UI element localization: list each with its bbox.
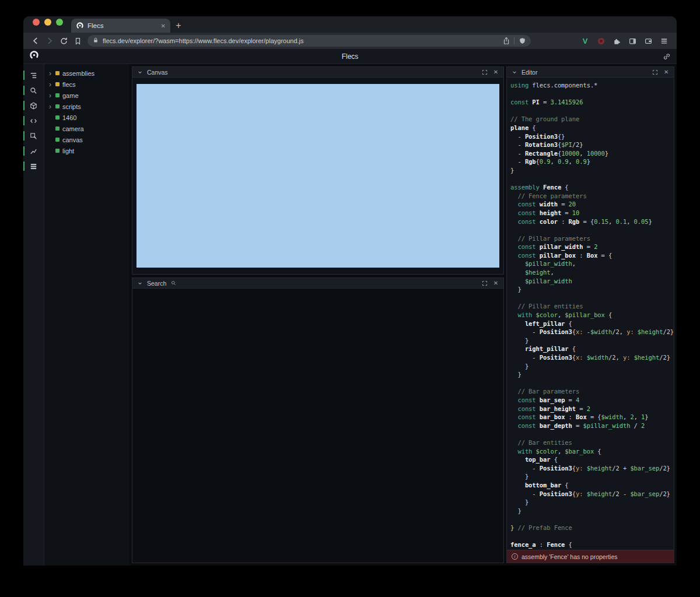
tab-close-icon[interactable]: ✕ [161,23,166,29]
code-line: $pillar_width, [510,259,674,268]
desktop-background: Flecs ✕ + flecs.dev/explore [0,0,700,597]
forward-button[interactable] [43,34,56,47]
chevron-down-icon[interactable] [136,279,144,287]
inspect-panel-button[interactable] [23,128,44,143]
code-line: const bar_height = 2 [510,405,674,413]
code-line: } [510,370,674,379]
editor-code[interactable]: using flecs.components.* const PI = 3.14… [507,78,674,550]
browser-toolbar: flecs.dev/explorer/?wasm=https://www.fle… [23,33,677,49]
tree-item-canvas[interactable]: canvas [44,134,130,145]
search-panel-header[interactable]: Search ✕ [132,278,503,289]
tree-item-assemblies[interactable]: ›assemblies [44,68,130,79]
red-extension-icon[interactable] [594,34,608,47]
code-line: const color : Rgb = {0.15, 0.1, 0.05} [510,217,674,226]
sidebar-toggle-icon[interactable] [625,34,639,47]
expander-icon[interactable]: › [48,70,52,77]
shield-icon[interactable] [518,37,526,45]
code-line: const PI = 3.1415926 [510,98,674,107]
center-column: Canvas ✕ [130,64,506,566]
code-line: - Position3{y: $height/2 - $bar_sep/2} [510,490,674,498]
menu-icon[interactable] [657,34,671,47]
wallet-icon[interactable] [641,34,655,47]
right-column: Editor ✕ using flecs.components.* const … [506,64,677,566]
share-icon[interactable] [502,37,510,45]
app-header: Flecs [23,49,677,64]
code-line: - Position3{} [510,132,674,141]
back-button[interactable] [29,34,42,47]
entity-tree: ›assemblies›flecs›game›scripts1460camera… [44,64,130,566]
code-panel-button[interactable] [23,113,44,128]
canvas-panel-title: Canvas [147,69,168,76]
code-line: right_pillar { [510,345,674,353]
entity-color-icon [55,104,60,108]
code-line [510,379,674,388]
code-line: } [510,336,674,345]
expand-icon[interactable] [481,68,489,76]
flecs-favicon-icon [76,22,84,30]
expand-icon[interactable] [651,68,659,76]
tree-item-camera[interactable]: camera [44,123,130,134]
editor-panel: Editor ✕ using flecs.components.* const … [506,66,674,563]
close-window-button[interactable] [33,19,40,26]
search-icon [169,279,177,287]
expander-icon[interactable]: › [48,92,52,99]
editor-panel-header[interactable]: Editor ✕ [507,67,674,78]
code-line [510,90,674,99]
entity-label: light [62,148,74,154]
tree-panel-button[interactable] [23,68,44,83]
code-line: - Rgb{0.9, 0.9, 0.9} [510,157,674,166]
chevron-down-icon[interactable] [510,68,519,76]
code-line [510,226,674,234]
url-text[interactable]: flecs.dev/explorer/?wasm=https://www.fle… [103,37,499,44]
code-line: top_bar { [510,455,674,464]
queries-panel-button[interactable] [23,159,44,174]
entity-label: assemblies [62,70,94,77]
expander-icon[interactable]: › [48,103,52,110]
minimize-window-button[interactable] [44,19,51,26]
expander-icon[interactable]: › [48,81,52,88]
code-line: const pillar_box : Box = { [510,251,674,260]
cube-panel-button[interactable] [23,98,44,113]
link-icon[interactable] [663,52,671,61]
entity-label: game [62,92,79,99]
chevron-down-icon[interactable] [136,68,144,76]
browser-tab[interactable]: Flecs ✕ [71,19,170,33]
entity-label: canvas [62,136,83,143]
code-line: $pillar_width [510,277,674,286]
canvas-viewport[interactable] [136,84,499,268]
code-line: // Fence parameters [510,192,674,201]
close-icon[interactable]: ✕ [662,68,670,76]
tree-item-game[interactable]: ›game [44,90,130,101]
stats-panel-button[interactable] [23,143,44,159]
entity-label: scripts [62,103,81,110]
expand-icon[interactable] [481,279,489,287]
window-controls [33,19,63,26]
code-line [510,532,674,540]
entity-color-icon [55,82,60,86]
close-icon[interactable]: ✕ [492,279,500,287]
close-icon[interactable]: ✕ [492,68,500,76]
search-panel-button[interactable] [23,83,44,98]
tree-item-light[interactable]: light [44,145,130,156]
code-line: bottom_bar { [510,481,674,490]
new-tab-button[interactable]: + [170,19,187,33]
v-extension-icon[interactable]: V [578,34,592,47]
code-line: - Rotation3{$PI/2} [510,141,674,149]
zoom-window-button[interactable] [56,19,63,26]
tree-item-scripts[interactable]: ›scripts [44,101,130,112]
code-line: $height, [510,268,674,277]
code-line: with $color, $pillar_box { [510,311,674,319]
address-bar[interactable]: flecs.dev/explorer/?wasm=https://www.fle… [88,35,531,47]
tree-item-1460[interactable]: 1460 [44,112,130,123]
puzzle-extensions-icon[interactable] [610,34,624,47]
code-line: } [510,507,674,515]
tree-item-flecs[interactable]: ›flecs [44,79,130,90]
reload-button[interactable] [57,34,70,47]
canvas-panel-header[interactable]: Canvas ✕ [132,67,503,78]
icon-rail [23,64,44,566]
page-title: Flecs [342,52,359,61]
bookmark-icon[interactable] [71,34,84,47]
error-bar: i assembly 'Fence' has no properties [507,550,674,563]
entity-label: flecs [62,81,76,88]
code-line: plane { [510,124,674,132]
